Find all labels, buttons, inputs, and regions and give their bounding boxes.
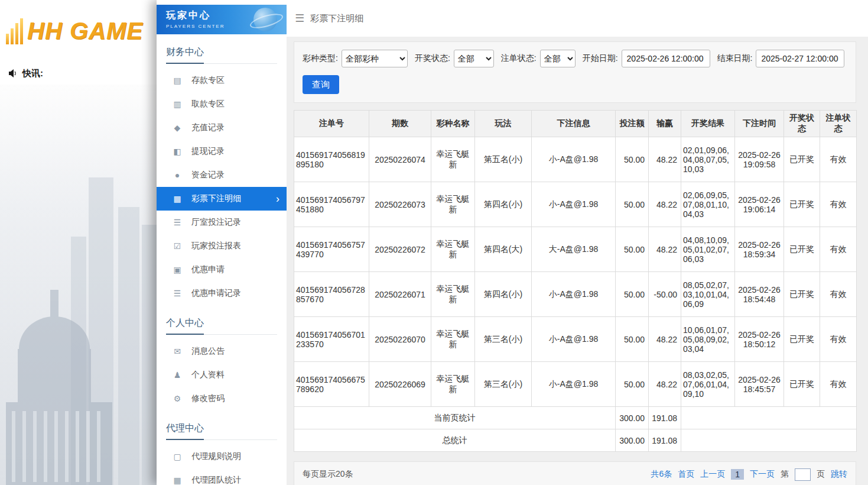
- chevron-right-icon: ›: [276, 193, 279, 204]
- table-row: 401569174056728857670 20250226071 幸运飞艇新 …: [294, 272, 857, 317]
- cell-period: 20250226071: [369, 272, 431, 317]
- start-date-input[interactable]: [622, 50, 710, 67]
- main-area: ☰ 彩票下注明细 彩种类型: 全部彩种 开奖状态: 全部 注单状态: 全部: [287, 0, 868, 485]
- cell-draw-result: 08,05,02,07,03,10,01,04,06,09: [681, 272, 735, 317]
- sidebar-item-profile[interactable]: ♟ 个人资料: [157, 363, 287, 387]
- sidebar-item-lottery-bet-details[interactable]: ▦ 彩票下注明细 ›: [157, 187, 287, 211]
- table-row: 401569174056797451880 20250226073 幸运飞艇新 …: [294, 182, 857, 227]
- column-header-order-no: 注单号: [294, 111, 369, 137]
- per-page-label: 每页显示20条: [303, 469, 353, 480]
- column-header-bet-info: 下注信息: [532, 111, 616, 137]
- cell-period: 20250226074: [369, 137, 431, 182]
- sidebar-item-hall-bet-records[interactable]: ☰ 厅室投注记录: [157, 211, 287, 234]
- cell-order-status: 有效: [820, 272, 857, 317]
- cell-order-no: 401569174056757439770: [294, 227, 369, 272]
- prev-page-link[interactable]: 上一页: [700, 469, 725, 480]
- current-page-indicator[interactable]: 1: [731, 469, 744, 480]
- player-center-panel: 玩家中心 PLAYERS CENTER 财务中心 ▤ 存款专区 ▥ 取款专区 ◆…: [157, 0, 868, 485]
- cell-order-status: 有效: [820, 317, 857, 362]
- cell-lottery: 幸运飞艇新: [431, 182, 475, 227]
- sidebar-item-label: 消息公告: [191, 346, 225, 357]
- cell-bet-info: 小-A盘@1.98: [532, 182, 616, 227]
- column-header-bet-time: 下注时间: [735, 111, 784, 137]
- document-icon: ▢: [172, 452, 183, 461]
- sidebar-item-withdraw-zone[interactable]: ▥ 取款专区: [157, 92, 287, 116]
- deposit-icon: ▤: [172, 76, 183, 85]
- sidebar-item-recharge-records[interactable]: ◆ 充值记录: [157, 116, 287, 140]
- hamburger-menu-icon[interactable]: ☰: [295, 12, 304, 25]
- page-jump-input[interactable]: [795, 468, 811, 481]
- cell-play: 第四名(大): [475, 227, 532, 272]
- cell-draw-result: 10,06,01,07,05,08,09,02,03,04: [681, 317, 735, 362]
- background-page: HH GAME 快讯:: [0, 0, 157, 485]
- column-header-order-status: 注单状态: [820, 111, 857, 137]
- cell-lottery: 幸运飞艇新: [431, 362, 475, 407]
- cell-lottery: 幸运飞艇新: [431, 137, 475, 182]
- page-title: 彩票下注明细: [310, 13, 363, 24]
- sidebar-item-withdrawal-records[interactable]: ◧ 提现记录: [157, 140, 287, 163]
- lottery-type-label: 彩种类型:: [303, 53, 338, 64]
- lottery-type-select[interactable]: 全部彩种: [342, 50, 408, 67]
- sidebar-item-label: 存款专区: [191, 75, 225, 86]
- cell-bet-amount: 50.00: [616, 227, 649, 272]
- cell-bet-amount: 50.00: [616, 362, 649, 407]
- cell-period: 20250226073: [369, 182, 431, 227]
- cell-lottery: 幸运飞艇新: [431, 272, 475, 317]
- withdraw-icon: ▥: [172, 99, 183, 109]
- cell-win-loss: -50.00: [649, 272, 681, 317]
- filter-panel: 彩种类型: 全部彩种 开奖状态: 全部 注单状态: 全部 开始日期: 结束日期:: [294, 41, 856, 103]
- message-icon: ✉: [172, 347, 183, 356]
- news-ticker: 快讯:: [0, 62, 157, 85]
- sidebar-item-announcements[interactable]: ✉ 消息公告: [157, 340, 287, 363]
- globe-icon: [253, 8, 277, 31]
- cell-bet-time: 2025-02-26 18:54:48: [735, 272, 784, 317]
- draw-status-select[interactable]: 全部: [454, 50, 494, 67]
- cell-bet-info: 小-A盘@1.98: [532, 137, 616, 182]
- cell-draw-status: 已开奖: [784, 182, 820, 227]
- report-icon: ☑: [172, 241, 183, 251]
- sidebar-item-funds-records[interactable]: ● 资金记录: [157, 163, 287, 187]
- column-header-play: 玩法: [475, 111, 532, 137]
- cell-order-no: 401569174056797451880: [294, 182, 369, 227]
- sidebar-item-player-bet-report[interactable]: ☑ 玩家投注报表: [157, 234, 287, 258]
- cell-order-no: 401569174056701233570: [294, 317, 369, 362]
- team-stats-icon: ▦: [172, 476, 183, 485]
- city-background-image: [0, 85, 157, 485]
- total-summary-bet-total: 300.00: [616, 429, 649, 452]
- logo-text: HH GAME: [27, 18, 143, 44]
- next-page-link[interactable]: 下一页: [750, 469, 775, 480]
- cell-win-loss: 48.22: [649, 137, 681, 182]
- cell-win-loss: 48.22: [649, 227, 681, 272]
- cell-lottery: 幸运飞艇新: [431, 227, 475, 272]
- lottery-detail-icon: ▦: [172, 194, 183, 203]
- column-header-lottery-name: 彩种名称: [431, 111, 475, 137]
- cell-play: 第五名(小): [475, 137, 532, 182]
- order-status-select[interactable]: 全部: [540, 50, 576, 67]
- column-header-bet-amount: 投注额: [616, 111, 649, 137]
- sidebar-item-promo-apply-records[interactable]: ☰ 优惠申请记录: [157, 282, 287, 305]
- total-summary-winloss-total: 191.08: [649, 429, 681, 452]
- section-label: 代理中心: [166, 422, 204, 440]
- sidebar-item-promo-apply[interactable]: ▣ 优惠申请: [157, 258, 287, 282]
- sidebar-item-agent-rules[interactable]: ▢ 代理规则说明: [157, 445, 287, 468]
- jump-button[interactable]: 跳转: [831, 469, 847, 480]
- total-summary-label: 总统计: [294, 429, 616, 452]
- gear-icon: ⚙: [172, 394, 183, 403]
- sidebar-item-change-password[interactable]: ⚙ 修改密码: [157, 387, 287, 410]
- sidebar-item-agent-team-stats[interactable]: ▦ 代理团队统计: [157, 468, 287, 485]
- first-page-link[interactable]: 首页: [678, 469, 694, 480]
- section-label: 个人中心: [166, 317, 204, 335]
- end-date-input[interactable]: [756, 50, 844, 67]
- query-button[interactable]: 查询: [303, 75, 339, 94]
- sidebar-item-label: 玩家投注报表: [191, 241, 241, 251]
- hall-record-icon: ☰: [172, 218, 183, 227]
- cell-period: 20250226070: [369, 317, 431, 362]
- sidebar-section-finance: 财务中心: [166, 46, 277, 64]
- sidebar-item-label: 代理团队统计: [191, 475, 241, 485]
- cell-bet-info: 小-A盘@1.98: [532, 272, 616, 317]
- cell-order-status: 有效: [820, 227, 857, 272]
- cell-bet-amount: 50.00: [616, 317, 649, 362]
- cell-play: 第三名(小): [475, 317, 532, 362]
- cell-draw-status: 已开奖: [784, 272, 820, 317]
- sidebar-item-deposit-zone[interactable]: ▤ 存款专区: [157, 69, 287, 92]
